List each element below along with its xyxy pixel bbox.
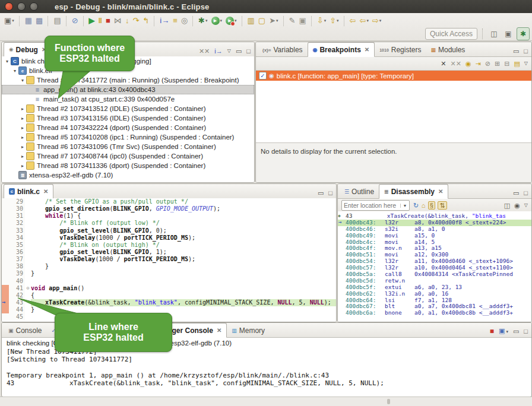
- chevron-down-icon[interactable]: ▾: [379, 18, 382, 23]
- close-icon[interactable]: ✕: [217, 327, 221, 334]
- maximize-view-icon[interactable]: □: [524, 328, 528, 335]
- disassembly-listing[interactable]: ◆43 xTaskCreate(&blink_task, "blink_tas→…: [338, 211, 531, 322]
- minimize-view-icon[interactable]: ▭: [318, 189, 324, 196]
- expand-all-icon[interactable]: ⊞: [495, 60, 500, 67]
- chevron-down-icon[interactable]: ▾: [220, 18, 223, 23]
- close-icon[interactable]: ✕: [438, 188, 443, 195]
- last-edit-icon[interactable]: ⇦: [349, 15, 357, 27]
- goto-file-icon[interactable]: ⇥: [476, 60, 481, 67]
- debug-tree-row[interactable]: ▸Thread #6 1073431096 (Tmr Svc) (Suspend…: [2, 142, 254, 151]
- chevron-down-icon[interactable]: ▼: [400, 204, 409, 208]
- collapse-all-icon[interactable]: ⊟: [504, 60, 509, 67]
- breakpoint-row[interactable]: ✓ ◉ blink.c [function: app_main] [type: …: [256, 71, 531, 81]
- tree-expand-icon[interactable]: ▸: [20, 125, 26, 131]
- editor-line[interactable]: 40: [2, 278, 336, 285]
- editor-line[interactable]: 37 vTaskDelay(1000 / portTICK_PERIOD_MS)…: [2, 256, 336, 263]
- tab-outline[interactable]: ☰ Outline: [340, 185, 379, 198]
- tree-expand-icon[interactable]: ▸: [20, 154, 26, 159]
- cpp-perspective-icon[interactable]: ▣: [502, 28, 514, 40]
- view-menu-icon[interactable]: ▽: [227, 47, 231, 55]
- maximize-view-icon[interactable]: □: [328, 189, 332, 196]
- minimize-view-icon[interactable]: ▭: [513, 328, 519, 335]
- remove-all-icon[interactable]: ✕✕: [451, 60, 461, 67]
- next-annotation-icon[interactable]: ⇩▾: [316, 15, 327, 27]
- minimize-view-icon[interactable]: ▭: [513, 47, 519, 55]
- tab-disassembly[interactable]: ≣ Disassembly ✕: [379, 184, 448, 199]
- maximize-view-icon[interactable]: □: [524, 189, 528, 196]
- pin-icon[interactable]: ◉: [514, 202, 520, 209]
- tab-modules[interactable]: ▦ Modules: [426, 43, 470, 56]
- breakpoint-checkbox[interactable]: ✓: [259, 72, 267, 80]
- back-icon[interactable]: ⇦▾: [359, 15, 370, 27]
- show-source-icon[interactable]: §: [428, 201, 435, 210]
- coverage-icon[interactable]: ▥: [246, 15, 256, 27]
- tab-blink-c[interactable]: c blink.c ✕: [4, 184, 53, 199]
- open-folder-icon[interactable]: ▢: [257, 15, 267, 27]
- tab-registers[interactable]: 1010 Registers: [375, 43, 426, 56]
- show-supported-icon[interactable]: ◉: [466, 60, 471, 67]
- close-icon[interactable]: ✕: [365, 46, 369, 53]
- chevron-down-icon[interactable]: ▾: [205, 18, 208, 23]
- debug-icon[interactable]: ✱▾: [197, 15, 208, 27]
- editor-line[interactable]: 38 }: [2, 263, 336, 270]
- chevron-down-icon[interactable]: ▾: [366, 18, 369, 23]
- maximize-view-icon[interactable]: □: [246, 47, 251, 55]
- disassembly-line[interactable]: 400dbc62:l32i.na0, a0, 16: [338, 291, 531, 297]
- disassembly-line[interactable]: 400dbc49:movia15, 0: [338, 233, 531, 239]
- editor-line[interactable]: 31 while(1) {: [2, 212, 336, 220]
- sash-handle[interactable]: [387, 399, 390, 404]
- skip-all-icon[interactable]: ⊘: [485, 60, 490, 67]
- debug-tree-row[interactable]: ▸Thread #5 1073410208 (ipc1 : Running) (…: [2, 132, 254, 142]
- quick-access-button[interactable]: Quick Access: [425, 28, 477, 40]
- remove-icon[interactable]: ✕: [441, 60, 446, 67]
- search-icon[interactable]: ✎: [288, 15, 297, 27]
- view-menu-icon[interactable]: ▽: [524, 60, 528, 67]
- location-input[interactable]: [342, 202, 400, 209]
- editor-line[interactable]: 39}: [2, 270, 336, 277]
- debug-tree-row[interactable]: ▸Thread #4 1073432224 (dport) (Suspended…: [2, 123, 254, 132]
- debug-tree-row[interactable]: ▸Thread #8 1073411336 (dport) (Suspended…: [2, 161, 254, 170]
- tab-memory[interactable]: ▥ Memory: [227, 324, 270, 337]
- editor-line[interactable]: 29 /* Set the GPIO as a push/pull output…: [2, 198, 336, 205]
- editor-line[interactable]: 36 gpio_set_level(BLINK_GPIO, 1);: [2, 249, 336, 256]
- remove-all-terminated-icon[interactable]: ✕✕: [199, 47, 210, 55]
- tree-expand-icon[interactable]: ▸: [20, 144, 26, 150]
- debug-tree-row[interactable]: ≣xtensa-esp32-elf-gdb (7.10): [2, 170, 254, 180]
- refresh-icon[interactable]: ↻: [413, 202, 419, 209]
- instruction-stepping-icon[interactable]: i→: [159, 15, 170, 27]
- location-combo[interactable]: ▼: [341, 200, 410, 211]
- open-perspective-icon[interactable]: ◫: [488, 28, 500, 40]
- instruction-stepping-mode-icon[interactable]: i→: [214, 47, 222, 55]
- module-icon[interactable]: ▣: [297, 15, 307, 27]
- new-view-icon[interactable]: ◫: [504, 202, 510, 209]
- use-step-filters-icon[interactable]: ≡: [172, 15, 179, 27]
- chevron-down-icon[interactable]: ▾: [337, 18, 339, 23]
- display-console-icon[interactable]: ▣ ▾: [499, 327, 508, 335]
- minimize-view-icon[interactable]: ▭: [236, 47, 242, 55]
- editor-line[interactable]: 35 /* Blink on (output high) */: [2, 242, 336, 249]
- launch-history-icon[interactable]: ➤▾: [268, 15, 279, 27]
- minimize-view-icon[interactable]: ▭: [513, 189, 519, 196]
- run-icon[interactable]: ▶▾: [210, 15, 224, 27]
- group-by-icon[interactable]: ▤: [514, 60, 520, 67]
- profile-icon[interactable]: ▶▾: [224, 15, 238, 27]
- sync-selection-icon[interactable]: ⇅: [438, 201, 446, 210]
- tree-expand-icon[interactable]: ▸: [20, 135, 26, 140]
- close-icon[interactable]: ✕: [43, 188, 48, 195]
- chevron-down-icon[interactable]: ▾: [324, 18, 327, 23]
- editor-line[interactable]: 34 vTaskDelay(1000 / portTICK_PERIOD_MS)…: [2, 234, 336, 242]
- editor-line[interactable]: 30 gpio_set_direction(BLINK_GPIO, GPIO_M…: [2, 205, 336, 212]
- view-menu-icon[interactable]: ▽: [524, 202, 528, 209]
- forward-icon[interactable]: ⇨▾: [371, 15, 382, 27]
- terminate-icon[interactable]: ■: [490, 328, 494, 335]
- tab-variables[interactable]: (x)= Variables: [258, 43, 308, 56]
- editor-line[interactable]: 32 /* Blink off (output low) */: [2, 220, 336, 227]
- debug-tree-row[interactable]: ▸Thread #7 1073408744 (ipc0) (Suspended …: [2, 151, 254, 161]
- trace-control-icon[interactable]: ◎: [180, 15, 189, 27]
- disassembly-line[interactable]: 400dbc6a:bnonea0, a1, 0x400dbc8b <__addd…: [338, 310, 531, 316]
- editor-line[interactable]: 33 gpio_set_level(BLINK_GPIO, 0);: [2, 227, 336, 234]
- debug-perspective-icon[interactable]: ✱: [517, 27, 530, 40]
- tab-breakpoints[interactable]: ◉ Breakpoints ✕: [308, 42, 375, 57]
- chevron-down-icon[interactable]: ▾: [276, 18, 278, 23]
- maximize-view-icon[interactable]: □: [524, 47, 528, 55]
